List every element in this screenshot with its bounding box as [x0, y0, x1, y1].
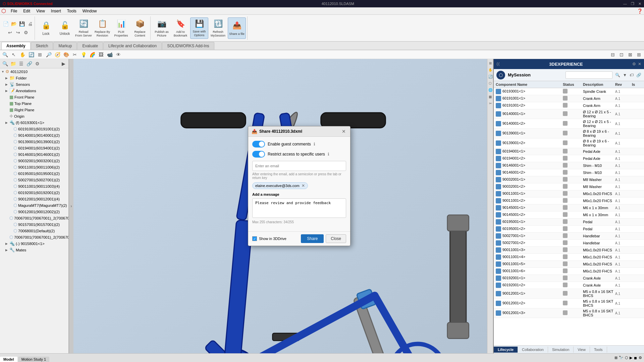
guest-comments-toggle[interactable]: [252, 141, 265, 147]
tab-lifecycle[interactable]: Lifecycle and Collaboration: [103, 42, 162, 50]
close-button[interactable]: Close: [326, 234, 346, 243]
exp-tab-collaboration[interactable]: Collaboration: [518, 347, 548, 353]
redo-btn[interactable]: ↪: [14, 29, 22, 36]
tree-item-comp9[interactable]: ⬡ 60195001(60195001)(2): [0, 170, 68, 177]
guest-comments-info-icon[interactable]: ℹ: [314, 142, 315, 146]
settings-btn[interactable]: ⚙: [22, 29, 30, 36]
tab-addins[interactable]: SOLIDWORKS Add-Ins: [162, 42, 214, 50]
refresh-session-button[interactable]: 🔃 Refresh MySession: [209, 17, 227, 39]
exp-table-row[interactable]: 90140001<1> Ø 12 x Ø 21 x 5 - Bearing A.…: [494, 109, 644, 119]
animation-settings-btn[interactable]: ⚙: [639, 356, 642, 360]
tree-item-annotations[interactable]: ▶ 📝 Annotations: [0, 87, 68, 94]
menu-view[interactable]: View: [34, 8, 48, 14]
restrict-access-toggle[interactable]: [252, 151, 265, 158]
exp-table-row[interactable]: 90011001<1> M6x1.0x20 FHCS A.1: [494, 190, 644, 197]
tree-root[interactable]: ▼ ⚙ 40112010: [0, 68, 68, 75]
tree-item-comp13[interactable]: ⬡ 90012001(90012001)(4): [0, 196, 68, 202]
exp-table-row[interactable]: 90032001<2> M8 Washer A.1: [494, 183, 644, 190]
message-textarea[interactable]: Please review and provide feedback: [252, 198, 346, 218]
tree-expand-icon[interactable]: ▶: [60, 60, 67, 67]
view-btn[interactable]: 🔭: [619, 356, 624, 360]
exp-table-row[interactable]: 60191001<2> Crank Arm A.1: [494, 102, 644, 109]
tree-item-right-plane[interactable]: ▦ Right Plane: [0, 107, 68, 113]
menu-edit[interactable]: Edit: [20, 8, 33, 14]
plm-button[interactable]: 📊 PLM Properties: [112, 17, 130, 39]
section-view-icon[interactable]: ✂: [71, 51, 78, 58]
exp-table-row[interactable]: 90012001<3> M5 x 0.8 x 16 SKT BHCS A.1: [494, 308, 644, 318]
replace-content-button[interactable]: 📦 Replace Content: [131, 17, 149, 39]
light-icon[interactable]: 💡: [80, 51, 87, 58]
email-tag-remove[interactable]: ✕: [302, 183, 305, 188]
tree-select-btn[interactable]: ☰: [17, 60, 25, 67]
tree-item-comp2[interactable]: ⬡ 60191001(60191001)(2): [0, 126, 68, 132]
tree-item-comp7[interactable]: ⬡ 90032001(90032001)(2): [0, 158, 68, 164]
exp-table-row[interactable]: 90145001<1> M6 x 1 x 30mm A.1: [494, 204, 644, 212]
exp-table-row[interactable]: 90011001<3> M6x1.0x20 FHCS A.1: [494, 247, 644, 254]
new-btn[interactable]: 📄: [2, 20, 10, 27]
exp-tab-lifecycle[interactable]: Lifecycle: [494, 347, 518, 353]
open-btn[interactable]: 📂: [10, 20, 18, 27]
tree-item-comp15[interactable]: ⬡ 90012001(90012002)(2): [0, 208, 68, 215]
email-input[interactable]: [252, 161, 346, 171]
exp-table-row[interactable]: 90146001<1> Shim - M10 A.1: [494, 162, 644, 169]
tree-item-comp19[interactable]: ⬡ 70067001(70067001)_2(70067002)(2): [0, 234, 68, 240]
tab-evaluate[interactable]: Evaluate: [77, 42, 103, 50]
exp-table-row[interactable]: 60193001<1> Spindle Crank A.1: [494, 88, 644, 95]
share-button[interactable]: Share: [301, 234, 324, 243]
exp-table-row[interactable]: 60192001<1> Crank Axle A.1: [494, 275, 644, 282]
reload-button[interactable]: 🔄 Reload From Server: [74, 17, 93, 39]
menu-file[interactable]: File: [8, 8, 20, 14]
tree-expand-handle[interactable]: ›: [69, 59, 73, 353]
tree-item-comp5[interactable]: ⬡ 60194001(60194001)(2): [0, 145, 68, 151]
zoom-fit-icon[interactable]: ⊞: [36, 51, 44, 58]
exp-table-row[interactable]: 90012001<2> M5 x 0.8 x 16 SKT BHCS A.1: [494, 299, 644, 308]
tag-icon[interactable]: 🏷: [630, 73, 634, 77]
viewport[interactable]: 📤 Share 40112010.3dxml ✕ Enable guest co…: [73, 59, 493, 353]
view-btn-1[interactable]: ⊟: [609, 51, 616, 58]
tree-link-btn[interactable]: 🔗: [25, 60, 33, 67]
exp-table-row[interactable]: 60191001<1> Crank Arm A.1: [494, 95, 644, 102]
exp-tab-tools[interactable]: Tools: [590, 347, 607, 353]
publish-picture-button[interactable]: 📷 Publish as Picture: [153, 17, 171, 39]
minimize-button[interactable]: —: [623, 2, 627, 6]
exp-table-row[interactable]: 60195001<2> Pedal A.1: [494, 226, 644, 233]
exp-table-row[interactable]: 90011001<5> M6x1.0x20 FHCS A.1: [494, 261, 644, 268]
title-right[interactable]: — ❐ ✕: [623, 2, 641, 6]
tab-sketch[interactable]: Sketch: [31, 42, 53, 50]
exp-table-row[interactable]: 50027001<2> Handlebar A.1: [494, 240, 644, 247]
replace-by-rev-button[interactable]: 📋 Replace By Revision: [93, 17, 111, 39]
tab-markup[interactable]: Markup: [53, 42, 77, 50]
undo-btn[interactable]: ↩: [6, 29, 14, 36]
tree-collapse-btn[interactable]: 📁: [9, 60, 17, 67]
view-btn-3[interactable]: ⊠: [627, 51, 634, 58]
tree-item-mates[interactable]: ▶ 🔧 Mates: [0, 247, 68, 253]
exp-table-row[interactable]: 90146001<2> Shim - M10 A.1: [494, 169, 644, 176]
rotate-icon[interactable]: 🔄: [28, 51, 35, 58]
display-type-btn[interactable]: ⬡: [625, 356, 628, 360]
animation-play-btn[interactable]: ▶: [630, 356, 632, 360]
scene-icon[interactable]: 🖼: [97, 51, 105, 58]
unlock-button[interactable]: 🔓 Unlock: [56, 17, 74, 39]
save-options-button[interactable]: 💾 Save with Options: [190, 17, 208, 39]
view-btn-2[interactable]: ⊡: [618, 51, 625, 58]
tree-filter-btn[interactable]: 🔍: [1, 60, 9, 67]
filter-dropdown-icon[interactable]: ▼: [623, 73, 627, 77]
lock-button[interactable]: 🔒 Lock: [37, 17, 55, 39]
show-3ddrive-checkbox[interactable]: ✓: [252, 236, 257, 241]
exp-tab-simulation[interactable]: Simulation: [548, 347, 574, 353]
add-bookmark-button[interactable]: 🔖 Add to Bookmark: [171, 17, 190, 39]
filter-icon[interactable]: 🔍: [1, 51, 9, 58]
tree-item-front-plane[interactable]: ▦ Front Plane: [0, 94, 68, 100]
tree-item-comp20[interactable]: ▶ 🔩 (-) 90158001<1>: [0, 240, 68, 247]
exp-table-row[interactable]: 50027001<1> Handlebar A.1: [494, 233, 644, 240]
exp-table-row[interactable]: 90140001<2> Ø 12 x Ø 21 x 5 - Bearing A.…: [494, 119, 644, 129]
session-search[interactable]: [566, 71, 612, 79]
bottom-tab-model[interactable]: Model: [0, 357, 17, 362]
select-icon[interactable]: ↖: [10, 51, 17, 58]
exp-table-row[interactable]: 60195001<1> Pedal A.1: [494, 219, 644, 226]
save-btn[interactable]: 💾: [18, 20, 26, 27]
tree-item-comp14[interactable]: ⬡ MaguraMT7(MaguraMT7)(2): [0, 202, 68, 208]
menu-window[interactable]: Window: [80, 8, 100, 14]
appearance-icon[interactable]: 🌈: [89, 51, 96, 58]
exp-settings-icon[interactable]: ⚙: [632, 62, 636, 66]
